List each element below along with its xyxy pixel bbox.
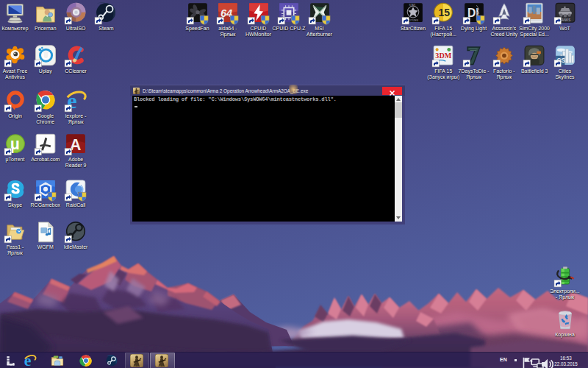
svg-text:3DM: 3DM bbox=[436, 52, 452, 60]
svg-text:STAR: STAR bbox=[409, 4, 415, 7]
svg-text:CITIZEN: CITIZEN bbox=[409, 19, 419, 22]
svg-text:15: 15 bbox=[439, 7, 451, 18]
